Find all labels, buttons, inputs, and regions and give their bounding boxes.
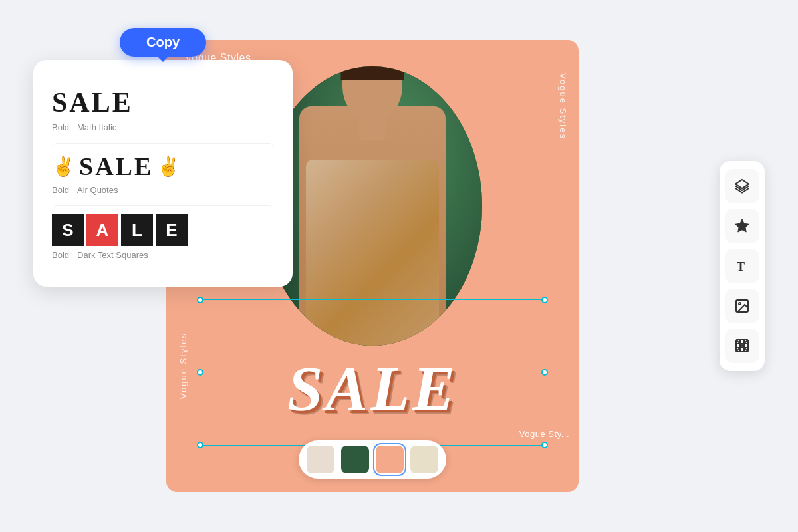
image-button[interactable] (725, 289, 759, 323)
style-weight-2: Bold (52, 185, 69, 195)
emoji-left: ✌️ (52, 156, 75, 178)
emoji-right: ✌️ (157, 156, 180, 178)
handle-mid-left[interactable] (197, 369, 203, 376)
sale-text-emoji: SALE (79, 152, 153, 181)
font-style-plain[interactable]: SALE Bold Math Italic (52, 78, 274, 140)
image-background (263, 66, 482, 346)
canvas-sale-text: SALE (287, 352, 458, 426)
handle-bottom-left[interactable] (197, 442, 203, 448)
letter-l: L (121, 214, 153, 246)
handle-top-left[interactable] (197, 297, 203, 303)
style-meta-1: Bold Math Italic (52, 122, 274, 132)
svg-marker-1 (735, 219, 749, 232)
letter-a: A (86, 214, 118, 246)
svg-text:T: T (737, 260, 745, 273)
copy-button[interactable]: Copy (120, 28, 206, 57)
pattern-button[interactable] (725, 329, 759, 363)
font-style-emoji[interactable]: ✌️ SALE ✌️ Bold Air Quotes (52, 143, 274, 203)
pattern-icon (734, 338, 750, 354)
sale-display-emoji: ✌️ SALE ✌️ (52, 152, 274, 181)
swatch-cream[interactable] (410, 446, 438, 473)
sale-display-plain: SALE (52, 86, 274, 118)
style-meta-3: Bold Dark Text Squares (52, 250, 274, 260)
text-button[interactable]: T (725, 249, 759, 283)
style-weight-1: Bold (52, 122, 69, 132)
font-style-boxes[interactable]: S A L E Bold Dark Text Squares (52, 205, 274, 268)
style-name-3: Dark Text Squares (77, 250, 148, 260)
handle-mid-right[interactable] (541, 369, 548, 376)
star-icon (734, 218, 750, 234)
color-swatches (299, 440, 446, 479)
canvas-vertical-right: Vogue Styles (558, 73, 568, 140)
handle-bottom-right[interactable] (541, 442, 548, 448)
style-name-2: Air Quotes (77, 185, 118, 195)
letter-s: S (52, 214, 84, 246)
style-name-1: Math Italic (77, 122, 116, 132)
layers-button[interactable] (725, 169, 759, 203)
canvas-vertical-left: Vogue Styles (178, 332, 188, 399)
letter-e: E (156, 214, 188, 246)
style-weight-3: Bold (52, 250, 69, 260)
svg-point-4 (739, 303, 741, 305)
handle-top-right[interactable] (541, 297, 548, 303)
oval-image (263, 66, 482, 346)
swatch-peach[interactable] (376, 446, 404, 473)
font-panel: Copy SALE Bold Math Italic ✌️ SALE ✌️ Bo… (33, 60, 293, 287)
style-meta-2: Bold Air Quotes (52, 185, 274, 195)
right-toolbar: T (720, 161, 765, 371)
sale-display-boxes: S A L E (52, 214, 274, 246)
image-icon (734, 298, 750, 314)
favorites-button[interactable] (725, 209, 759, 243)
layers-icon (734, 178, 750, 194)
canvas-bottom-right: Vogue Sty... (519, 429, 569, 439)
main-container: Vogue Styles Vogue Styles Vogue Styles V… (33, 20, 765, 512)
swatch-beige[interactable] (307, 446, 334, 473)
swatch-green[interactable] (341, 446, 369, 473)
text-icon: T (734, 258, 750, 274)
